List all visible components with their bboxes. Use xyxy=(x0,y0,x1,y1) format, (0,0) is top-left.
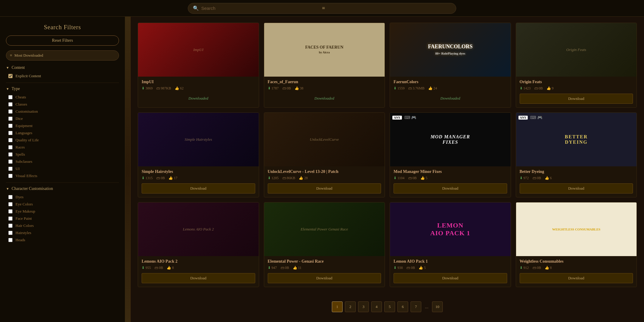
char-checkbox-6[interactable] xyxy=(8,238,13,242)
mod-downloads-6: ⬇ 1104 xyxy=(394,176,405,180)
char-checkbox-2[interactable] xyxy=(8,209,13,213)
page-btn-7[interactable]: 7 xyxy=(411,301,421,312)
type-label-5: Languages xyxy=(16,131,32,135)
mod-download-btn-6[interactable]: Download xyxy=(394,183,507,193)
char-item-eye-makeup[interactable]: Eye Makeup xyxy=(6,208,119,215)
mod-download-btn-5[interactable]: Download xyxy=(268,183,381,193)
mod-stats-10: ⬇ 938 🗃 0B 👍 5 xyxy=(394,266,507,270)
mod-download-btn-7[interactable]: Download xyxy=(520,183,633,193)
type-item-ui[interactable]: UI xyxy=(6,165,119,172)
mod-likes-5: 👍 28 xyxy=(299,176,308,180)
mod-download-btn-8[interactable]: Download xyxy=(142,273,255,283)
mod-stats-5: ⬇ 1205 🗃 86KB 👍 28 xyxy=(268,176,381,180)
search-input[interactable] xyxy=(201,6,451,11)
char-item-hairstyles[interactable]: Hairstyles xyxy=(6,229,119,236)
sidebar-title: Search Filters xyxy=(6,24,119,31)
page-btn-4[interactable]: 4 xyxy=(371,301,382,312)
type-item-quality-of-life[interactable]: Quality of Life xyxy=(6,137,119,144)
reset-filters-button[interactable]: Reset Filters xyxy=(6,35,119,46)
content-area: ImpUI ImpUI ⬇ 3869 🗃 987KB 👍 62 Download… xyxy=(131,17,644,322)
page-btn-6[interactable]: 6 xyxy=(397,301,408,312)
page-btn-2[interactable]: 2 xyxy=(345,301,356,312)
mod-stats-2: ⬇ 1559 🗃 3.76MB 👍 24 xyxy=(394,86,507,91)
mod-stats-6: ⬇ 1104 🗃 0B 👍 5 xyxy=(394,176,507,180)
filter-icon[interactable]: ≡ xyxy=(322,5,325,11)
mod-download-btn-11[interactable]: Download xyxy=(520,273,633,283)
mod-grid: ImpUI ImpUI ⬇ 3869 🗃 987KB 👍 62 Download… xyxy=(138,23,637,287)
mod-size-2: 🗃 3.76MB xyxy=(408,86,425,91)
content-section-header[interactable]: ▼ Content xyxy=(6,65,119,70)
content-arrow-icon: ▼ xyxy=(6,66,9,69)
mod-size-6: 🗃 0B xyxy=(408,176,417,180)
page-btn-3[interactable]: 3 xyxy=(358,301,369,312)
mod-downloads-7: ⬇ 972 xyxy=(520,176,529,180)
mod-thumbnail-6: MOD MANAGER FIXES ANY⌨ 🎮 xyxy=(390,113,511,166)
type-item-races[interactable]: Races xyxy=(6,144,119,151)
type-checkbox-5[interactable] xyxy=(8,131,13,135)
mod-stats-9: ⬇ 947 🗃 0B 👍 11 xyxy=(268,266,381,270)
type-item-cheats[interactable]: Cheats xyxy=(6,94,119,101)
page-btn-5[interactable]: 5 xyxy=(384,301,395,312)
char-item-face-paint[interactable]: Face Paint xyxy=(6,215,119,222)
mod-card-5: UnlockLevelCurve UnlockLevelCurve - Leve… xyxy=(264,112,385,197)
type-checkbox-4[interactable] xyxy=(8,124,13,128)
type-item-equipment[interactable]: Equipment xyxy=(6,122,119,129)
type-checkbox-11[interactable] xyxy=(8,174,13,178)
char-item-hair-colors[interactable]: Hair Colors xyxy=(6,222,119,229)
type-checkbox-2[interactable] xyxy=(8,109,13,114)
mod-info-11: Weightless Consumables ⬇ 912 🗃 0B 👍 8 Do… xyxy=(516,256,637,287)
mod-name-3: Origin Feats xyxy=(520,80,633,84)
char-checkbox-0[interactable] xyxy=(8,195,13,199)
mod-thumbnail-10: LEMON AIO PACK 1 xyxy=(390,202,511,256)
type-item-customisation[interactable]: Customisation xyxy=(6,108,119,115)
mod-thumbnail-0: ImpUI xyxy=(138,23,259,77)
type-checkbox-10[interactable] xyxy=(8,167,13,171)
char-section-header[interactable]: ▼ Character Customisation xyxy=(6,186,119,191)
mod-download-btn-3[interactable]: Download xyxy=(520,94,633,104)
type-checkbox-9[interactable] xyxy=(8,160,13,164)
type-checkbox-3[interactable] xyxy=(8,117,13,121)
mod-download-btn-10[interactable]: Download xyxy=(394,273,507,283)
char-item-eye-colors[interactable]: Eye Colors xyxy=(6,201,119,208)
type-checkbox-8[interactable] xyxy=(8,152,13,157)
char-label-1: Eye Colors xyxy=(16,202,33,207)
mod-download-btn-1[interactable]: Downloaded xyxy=(268,94,381,103)
type-checkbox-7[interactable] xyxy=(8,145,13,149)
mod-download-btn-4[interactable]: Download xyxy=(142,183,255,193)
explicit-content-input[interactable] xyxy=(8,74,13,78)
mod-thumbnail-11: WEIGHTLESS CONSUMABLES xyxy=(516,202,637,256)
divider-1 xyxy=(6,83,119,83)
mod-name-9: Elemental Power - Genasi Race xyxy=(268,259,381,264)
page-btn-1[interactable]: 1 xyxy=(332,301,343,312)
char-item-dyes[interactable]: Dyes xyxy=(6,193,119,201)
sort-button[interactable]: ≡ Most Downloaded xyxy=(6,50,119,61)
mod-size-7: 🗃 0B xyxy=(532,176,541,180)
char-checkbox-1[interactable] xyxy=(8,202,13,206)
char-item-heads[interactable]: Heads xyxy=(6,236,119,244)
type-label-3: Dice xyxy=(16,116,23,121)
type-checkbox-0[interactable] xyxy=(8,95,13,99)
char-checkbox-3[interactable] xyxy=(8,216,13,221)
type-label-9: Subclasses xyxy=(16,159,32,164)
type-section-header[interactable]: ▼ Type xyxy=(6,86,119,91)
mod-likes-3: 👍 9 xyxy=(547,86,554,91)
type-item-spells[interactable]: Spells xyxy=(6,151,119,158)
page-btn-10[interactable]: 10 xyxy=(432,301,443,312)
type-item-classes[interactable]: Classes xyxy=(6,101,119,108)
explicit-content-checkbox[interactable]: Explicit Content xyxy=(6,72,119,80)
type-checkbox-1[interactable] xyxy=(8,102,13,106)
type-item-dice[interactable]: Dice xyxy=(6,115,119,122)
type-checkbox-6[interactable] xyxy=(8,138,13,142)
char-checkbox-4[interactable] xyxy=(8,224,13,228)
mod-download-btn-2[interactable]: Downloaded xyxy=(394,94,507,103)
char-label-4: Hair Colors xyxy=(16,223,34,228)
type-item-visual-effects[interactable]: Visual Effects xyxy=(6,172,119,179)
char-checkbox-5[interactable] xyxy=(8,231,13,235)
type-item-languages[interactable]: Languages xyxy=(6,129,119,137)
type-item-subclasses[interactable]: Subclasses xyxy=(6,158,119,165)
mod-download-btn-9[interactable]: Download xyxy=(268,273,381,283)
mod-name-11: Weightless Consumables xyxy=(520,259,633,264)
mod-download-btn-0[interactable]: Downloaded xyxy=(142,94,255,103)
mod-likes-7: 👍 6 xyxy=(545,176,552,180)
type-label-4: Equipment xyxy=(16,123,32,128)
